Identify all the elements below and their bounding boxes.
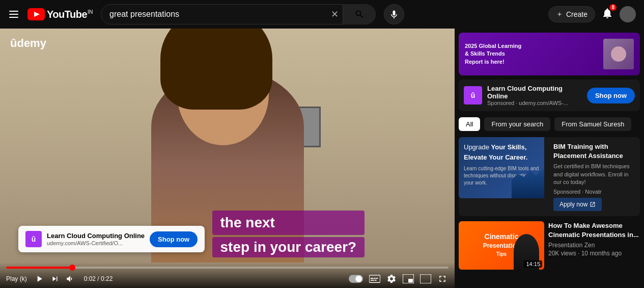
controls-right bbox=[348, 273, 449, 285]
search-submit-button[interactable] bbox=[343, 4, 375, 24]
autoplay-toggle[interactable] bbox=[348, 274, 364, 284]
bim-ad-description: Get certified in BIM techniques and digi… bbox=[553, 163, 635, 186]
ad-banner-text: 2025 Global Learning& Skills TrendsRepor… bbox=[465, 42, 603, 66]
rec-thumbnail-cinematic: CinematicPresentationTips 14:15 bbox=[459, 221, 544, 270]
ad-logo: û bbox=[25, 231, 42, 247]
user-avatar[interactable] bbox=[620, 6, 636, 22]
time-display: 0:02 / 0:22 bbox=[84, 275, 113, 282]
header: YouTubeIN ✕ ＋ Create 8 bbox=[0, 0, 644, 29]
youtube-icon bbox=[27, 8, 45, 20]
ad-overlay-title: Learn Cloud Computing Online bbox=[47, 232, 145, 241]
notifications-button[interactable]: 8 bbox=[601, 7, 613, 21]
sidebar-shop-now-button[interactable]: Shop now bbox=[587, 88, 635, 103]
filter-tab-from-channel[interactable]: From Samuel Suresh bbox=[554, 117, 631, 131]
ad-banner-image bbox=[603, 39, 634, 69]
rec-duration-cinematic: 14:15 bbox=[524, 260, 542, 268]
svg-rect-2 bbox=[9, 17, 18, 18]
controls-row: Play (k) 0:02 / 0:22 bbox=[6, 273, 449, 285]
create-button[interactable]: ＋ Create bbox=[548, 6, 595, 22]
overlay-line1: the next bbox=[212, 211, 365, 235]
search-clear-button[interactable]: ✕ bbox=[331, 9, 339, 20]
main-layout: ûdemy the next step in your career? û Le… bbox=[0, 29, 644, 288]
youtube-wordmark: YouTubeIN bbox=[47, 9, 93, 20]
header-left: YouTubeIN bbox=[8, 8, 93, 20]
play-button[interactable] bbox=[33, 273, 45, 285]
svg-rect-8 bbox=[371, 278, 373, 279]
video-text-overlay: the next step in your career? bbox=[212, 211, 365, 257]
settings-button[interactable] bbox=[385, 273, 398, 285]
sidebar-ad-info: Learn Cloud Computing Online Sponsored ·… bbox=[487, 85, 582, 106]
volume-button[interactable] bbox=[65, 273, 76, 284]
plus-icon: ＋ bbox=[556, 10, 563, 19]
overlay-line2: step in your career? bbox=[212, 237, 365, 257]
sidebar-ad-card: û Learn Cloud Computing Online Sponsored… bbox=[459, 80, 640, 111]
ad-overlay-text: Learn Cloud Computing Online udemy.com/A… bbox=[47, 232, 145, 247]
video-section: ûdemy the next step in your career? û Le… bbox=[0, 29, 455, 288]
header-right: ＋ Create 8 bbox=[548, 6, 636, 22]
next-button[interactable] bbox=[49, 273, 61, 284]
search-input[interactable] bbox=[109, 10, 327, 19]
svg-rect-11 bbox=[371, 280, 374, 281]
bim-thumbnail: Upgrade Your Skills, Elevate Your Career… bbox=[459, 137, 544, 198]
bim-ad-title: BIM Training with Placement Assistance bbox=[553, 142, 635, 161]
captions-button[interactable] bbox=[368, 273, 381, 284]
bim-ad-card: Upgrade Your Skills, Elevate Your Career… bbox=[459, 137, 640, 216]
filter-tab-from-search[interactable]: From your search bbox=[484, 117, 550, 131]
ad-overlay-card: û Learn Cloud Computing Online udemy.com… bbox=[18, 226, 205, 252]
sidebar-ad-title: Learn Cloud Computing Online bbox=[487, 85, 582, 100]
search-bar: ✕ bbox=[101, 4, 376, 24]
sidebar: 2025 Global Learning& Skills TrendsRepor… bbox=[455, 29, 644, 288]
rec-video-card-cinematic[interactable]: CinematicPresentationTips 14:15 How To M… bbox=[459, 221, 640, 270]
svg-rect-0 bbox=[9, 11, 18, 12]
ad-shop-now-button[interactable]: Shop now bbox=[150, 231, 198, 247]
svg-rect-1 bbox=[9, 14, 18, 15]
bim-apply-button[interactable]: Apply now bbox=[553, 198, 602, 211]
play-label: Play (k) bbox=[6, 275, 27, 282]
theater-mode-button[interactable] bbox=[419, 273, 432, 284]
notification-badge: 8 bbox=[609, 4, 617, 11]
svg-rect-9 bbox=[374, 278, 376, 279]
filter-tab-all[interactable]: All bbox=[459, 117, 480, 131]
progress-bar[interactable] bbox=[6, 267, 449, 269]
rec-title-cinematic: How To Make Awesome Cinematic Presentati… bbox=[548, 221, 640, 240]
rec-info-cinematic: How To Make Awesome Cinematic Presentati… bbox=[548, 221, 640, 270]
hamburger-menu-button[interactable] bbox=[8, 9, 19, 20]
fullscreen-button[interactable] bbox=[436, 273, 449, 285]
ad-banner-top[interactable]: 2025 Global Learning& Skills TrendsRepor… bbox=[459, 33, 640, 75]
progress-fill bbox=[6, 267, 72, 269]
rec-channel-cinematic: Presentation Zen bbox=[548, 242, 640, 249]
svg-rect-10 bbox=[376, 278, 378, 279]
video-player: ûdemy the next step in your career? û Le… bbox=[0, 29, 455, 288]
udemy-logo-overlay: ûdemy bbox=[10, 37, 46, 50]
miniplayer-button[interactable] bbox=[402, 273, 415, 284]
svg-rect-12 bbox=[375, 280, 377, 281]
bim-ad-content: BIM Training with Placement Assistance G… bbox=[548, 137, 640, 216]
sidebar-ad-logo: û bbox=[464, 86, 482, 104]
video-controls: Play (k) 0:02 / 0:22 bbox=[0, 263, 455, 288]
filter-tabs: All From your search From Samuel Suresh bbox=[459, 117, 640, 131]
progress-dot bbox=[69, 265, 75, 271]
microphone-button[interactable] bbox=[384, 4, 404, 24]
youtube-logo[interactable]: YouTubeIN bbox=[27, 8, 93, 20]
sidebar-ad-sponsor: Sponsored · udemy.com/AWS-... bbox=[487, 100, 582, 106]
svg-point-6 bbox=[355, 276, 362, 282]
rec-meta-cinematic: 20K views · 10 months ago bbox=[548, 250, 640, 257]
svg-rect-15 bbox=[420, 274, 431, 283]
svg-rect-14 bbox=[408, 279, 413, 282]
bim-sponsor-text: Sponsored · Novatr bbox=[553, 189, 635, 195]
ad-overlay-url: udemy.com/AWS-Certified/O... bbox=[47, 240, 145, 246]
